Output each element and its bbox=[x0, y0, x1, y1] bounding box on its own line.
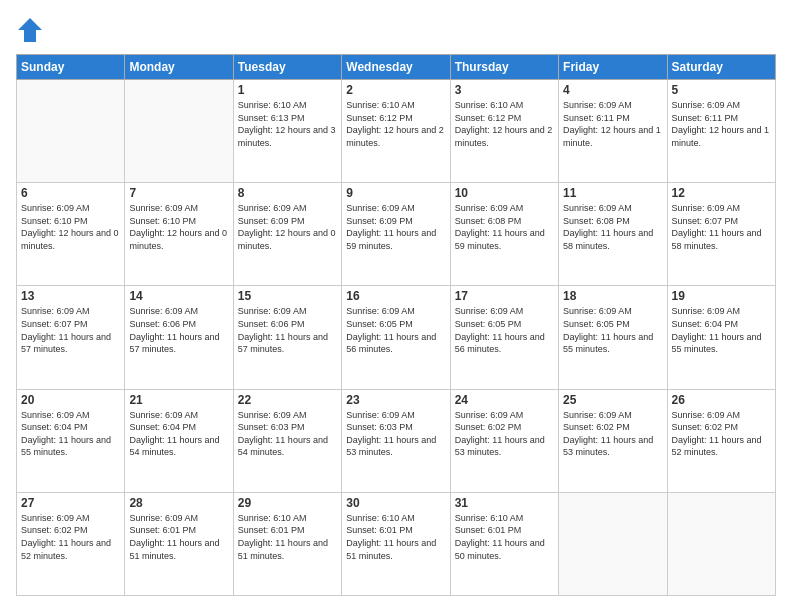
calendar-cell: 23Sunrise: 6:09 AM Sunset: 6:03 PM Dayli… bbox=[342, 389, 450, 492]
calendar-cell: 14Sunrise: 6:09 AM Sunset: 6:06 PM Dayli… bbox=[125, 286, 233, 389]
calendar-week-row: 1Sunrise: 6:10 AM Sunset: 6:13 PM Daylig… bbox=[17, 80, 776, 183]
page: SundayMondayTuesdayWednesdayThursdayFrid… bbox=[0, 0, 792, 612]
calendar-cell: 16Sunrise: 6:09 AM Sunset: 6:05 PM Dayli… bbox=[342, 286, 450, 389]
day-number: 27 bbox=[21, 496, 120, 510]
calendar-cell bbox=[667, 492, 775, 595]
day-info: Sunrise: 6:09 AM Sunset: 6:05 PM Dayligh… bbox=[455, 305, 554, 355]
day-number: 5 bbox=[672, 83, 771, 97]
day-number: 18 bbox=[563, 289, 662, 303]
day-info: Sunrise: 6:09 AM Sunset: 6:05 PM Dayligh… bbox=[563, 305, 662, 355]
calendar-cell: 22Sunrise: 6:09 AM Sunset: 6:03 PM Dayli… bbox=[233, 389, 341, 492]
weekday-header: Sunday bbox=[17, 55, 125, 80]
day-number: 1 bbox=[238, 83, 337, 97]
calendar-week-row: 27Sunrise: 6:09 AM Sunset: 6:02 PM Dayli… bbox=[17, 492, 776, 595]
day-info: Sunrise: 6:09 AM Sunset: 6:11 PM Dayligh… bbox=[672, 99, 771, 149]
calendar-cell: 24Sunrise: 6:09 AM Sunset: 6:02 PM Dayli… bbox=[450, 389, 558, 492]
weekday-header: Thursday bbox=[450, 55, 558, 80]
day-number: 10 bbox=[455, 186, 554, 200]
day-number: 29 bbox=[238, 496, 337, 510]
day-number: 19 bbox=[672, 289, 771, 303]
day-info: Sunrise: 6:09 AM Sunset: 6:06 PM Dayligh… bbox=[129, 305, 228, 355]
day-number: 11 bbox=[563, 186, 662, 200]
calendar-cell: 15Sunrise: 6:09 AM Sunset: 6:06 PM Dayli… bbox=[233, 286, 341, 389]
day-info: Sunrise: 6:09 AM Sunset: 6:03 PM Dayligh… bbox=[238, 409, 337, 459]
day-number: 26 bbox=[672, 393, 771, 407]
calendar-cell: 25Sunrise: 6:09 AM Sunset: 6:02 PM Dayli… bbox=[559, 389, 667, 492]
calendar-cell: 31Sunrise: 6:10 AM Sunset: 6:01 PM Dayli… bbox=[450, 492, 558, 595]
day-info: Sunrise: 6:10 AM Sunset: 6:12 PM Dayligh… bbox=[455, 99, 554, 149]
calendar-cell: 27Sunrise: 6:09 AM Sunset: 6:02 PM Dayli… bbox=[17, 492, 125, 595]
day-info: Sunrise: 6:09 AM Sunset: 6:06 PM Dayligh… bbox=[238, 305, 337, 355]
day-number: 2 bbox=[346, 83, 445, 97]
calendar-cell: 26Sunrise: 6:09 AM Sunset: 6:02 PM Dayli… bbox=[667, 389, 775, 492]
day-info: Sunrise: 6:09 AM Sunset: 6:04 PM Dayligh… bbox=[129, 409, 228, 459]
calendar-week-row: 20Sunrise: 6:09 AM Sunset: 6:04 PM Dayli… bbox=[17, 389, 776, 492]
calendar-week-row: 13Sunrise: 6:09 AM Sunset: 6:07 PM Dayli… bbox=[17, 286, 776, 389]
weekday-header: Saturday bbox=[667, 55, 775, 80]
day-number: 25 bbox=[563, 393, 662, 407]
day-info: Sunrise: 6:10 AM Sunset: 6:13 PM Dayligh… bbox=[238, 99, 337, 149]
day-info: Sunrise: 6:10 AM Sunset: 6:01 PM Dayligh… bbox=[455, 512, 554, 562]
day-number: 8 bbox=[238, 186, 337, 200]
day-info: Sunrise: 6:09 AM Sunset: 6:07 PM Dayligh… bbox=[21, 305, 120, 355]
calendar-cell: 18Sunrise: 6:09 AM Sunset: 6:05 PM Dayli… bbox=[559, 286, 667, 389]
calendar-cell: 10Sunrise: 6:09 AM Sunset: 6:08 PM Dayli… bbox=[450, 183, 558, 286]
day-number: 13 bbox=[21, 289, 120, 303]
day-info: Sunrise: 6:09 AM Sunset: 6:07 PM Dayligh… bbox=[672, 202, 771, 252]
calendar-cell: 3Sunrise: 6:10 AM Sunset: 6:12 PM Daylig… bbox=[450, 80, 558, 183]
day-info: Sunrise: 6:09 AM Sunset: 6:02 PM Dayligh… bbox=[455, 409, 554, 459]
day-number: 9 bbox=[346, 186, 445, 200]
day-number: 30 bbox=[346, 496, 445, 510]
day-number: 28 bbox=[129, 496, 228, 510]
logo-icon bbox=[16, 16, 44, 44]
calendar-cell: 13Sunrise: 6:09 AM Sunset: 6:07 PM Dayli… bbox=[17, 286, 125, 389]
calendar-cell: 8Sunrise: 6:09 AM Sunset: 6:09 PM Daylig… bbox=[233, 183, 341, 286]
calendar-cell: 19Sunrise: 6:09 AM Sunset: 6:04 PM Dayli… bbox=[667, 286, 775, 389]
calendar-cell: 4Sunrise: 6:09 AM Sunset: 6:11 PM Daylig… bbox=[559, 80, 667, 183]
day-info: Sunrise: 6:09 AM Sunset: 6:04 PM Dayligh… bbox=[672, 305, 771, 355]
day-info: Sunrise: 6:09 AM Sunset: 6:01 PM Dayligh… bbox=[129, 512, 228, 562]
day-info: Sunrise: 6:09 AM Sunset: 6:08 PM Dayligh… bbox=[455, 202, 554, 252]
svg-marker-0 bbox=[18, 18, 42, 42]
weekday-header: Monday bbox=[125, 55, 233, 80]
day-info: Sunrise: 6:09 AM Sunset: 6:09 PM Dayligh… bbox=[346, 202, 445, 252]
day-info: Sunrise: 6:10 AM Sunset: 6:12 PM Dayligh… bbox=[346, 99, 445, 149]
day-number: 23 bbox=[346, 393, 445, 407]
day-number: 4 bbox=[563, 83, 662, 97]
day-number: 6 bbox=[21, 186, 120, 200]
calendar-header-row: SundayMondayTuesdayWednesdayThursdayFrid… bbox=[17, 55, 776, 80]
calendar-cell: 21Sunrise: 6:09 AM Sunset: 6:04 PM Dayli… bbox=[125, 389, 233, 492]
calendar-cell: 7Sunrise: 6:09 AM Sunset: 6:10 PM Daylig… bbox=[125, 183, 233, 286]
day-info: Sunrise: 6:09 AM Sunset: 6:10 PM Dayligh… bbox=[21, 202, 120, 252]
day-number: 3 bbox=[455, 83, 554, 97]
weekday-header: Tuesday bbox=[233, 55, 341, 80]
day-info: Sunrise: 6:09 AM Sunset: 6:02 PM Dayligh… bbox=[672, 409, 771, 459]
calendar-cell: 6Sunrise: 6:09 AM Sunset: 6:10 PM Daylig… bbox=[17, 183, 125, 286]
weekday-header: Wednesday bbox=[342, 55, 450, 80]
calendar-cell bbox=[559, 492, 667, 595]
day-number: 31 bbox=[455, 496, 554, 510]
calendar-cell: 5Sunrise: 6:09 AM Sunset: 6:11 PM Daylig… bbox=[667, 80, 775, 183]
calendar-cell: 12Sunrise: 6:09 AM Sunset: 6:07 PM Dayli… bbox=[667, 183, 775, 286]
day-number: 22 bbox=[238, 393, 337, 407]
header bbox=[16, 16, 776, 44]
day-number: 15 bbox=[238, 289, 337, 303]
day-info: Sunrise: 6:09 AM Sunset: 6:03 PM Dayligh… bbox=[346, 409, 445, 459]
day-number: 17 bbox=[455, 289, 554, 303]
weekday-header: Friday bbox=[559, 55, 667, 80]
calendar-cell: 29Sunrise: 6:10 AM Sunset: 6:01 PM Dayli… bbox=[233, 492, 341, 595]
logo bbox=[16, 16, 48, 44]
day-info: Sunrise: 6:09 AM Sunset: 6:04 PM Dayligh… bbox=[21, 409, 120, 459]
calendar-cell: 30Sunrise: 6:10 AM Sunset: 6:01 PM Dayli… bbox=[342, 492, 450, 595]
day-number: 16 bbox=[346, 289, 445, 303]
calendar-cell: 2Sunrise: 6:10 AM Sunset: 6:12 PM Daylig… bbox=[342, 80, 450, 183]
day-info: Sunrise: 6:09 AM Sunset: 6:02 PM Dayligh… bbox=[563, 409, 662, 459]
calendar-table: SundayMondayTuesdayWednesdayThursdayFrid… bbox=[16, 54, 776, 596]
calendar-cell: 20Sunrise: 6:09 AM Sunset: 6:04 PM Dayli… bbox=[17, 389, 125, 492]
day-info: Sunrise: 6:09 AM Sunset: 6:10 PM Dayligh… bbox=[129, 202, 228, 252]
calendar-cell bbox=[17, 80, 125, 183]
calendar-cell: 9Sunrise: 6:09 AM Sunset: 6:09 PM Daylig… bbox=[342, 183, 450, 286]
day-number: 24 bbox=[455, 393, 554, 407]
calendar-cell: 28Sunrise: 6:09 AM Sunset: 6:01 PM Dayli… bbox=[125, 492, 233, 595]
day-info: Sunrise: 6:09 AM Sunset: 6:11 PM Dayligh… bbox=[563, 99, 662, 149]
